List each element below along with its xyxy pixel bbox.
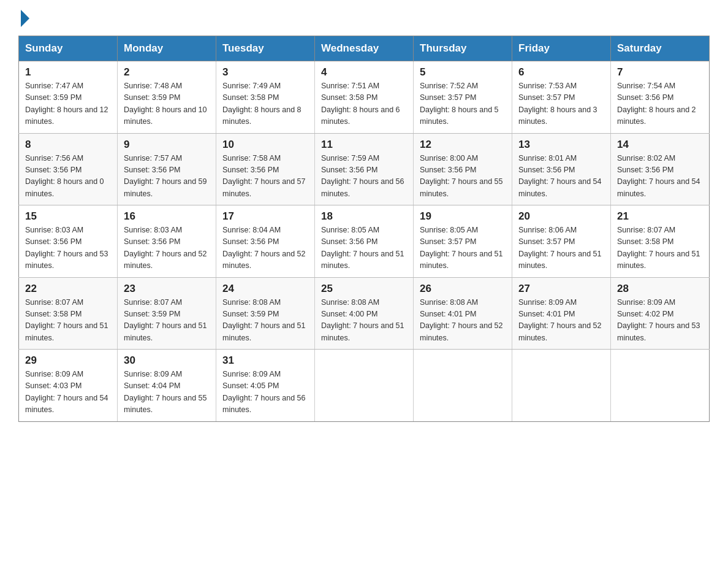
logo-arrow-icon xyxy=(21,10,29,27)
day-info: Sunrise: 8:07 AMSunset: 3:58 PMDaylight:… xyxy=(25,297,111,345)
day-info: Sunrise: 7:49 AMSunset: 3:58 PMDaylight:… xyxy=(222,80,308,128)
calendar-cell: 15Sunrise: 8:03 AMSunset: 3:56 PMDayligh… xyxy=(19,205,118,278)
calendar-header-tuesday: Tuesday xyxy=(216,36,315,61)
day-info: Sunrise: 8:08 AMSunset: 4:00 PMDaylight:… xyxy=(321,297,407,345)
day-number: 13 xyxy=(518,139,604,151)
calendar-cell: 30Sunrise: 8:09 AMSunset: 4:04 PMDayligh… xyxy=(118,350,216,422)
calendar-cell: 22Sunrise: 8:07 AMSunset: 3:58 PMDayligh… xyxy=(19,277,118,350)
calendar-cell: 7Sunrise: 7:54 AMSunset: 3:56 PMDaylight… xyxy=(611,61,710,134)
day-number: 1 xyxy=(25,66,111,79)
day-number: 17 xyxy=(222,210,308,223)
day-number: 26 xyxy=(420,283,506,295)
calendar-cell: 29Sunrise: 8:09 AMSunset: 4:03 PMDayligh… xyxy=(19,350,118,422)
day-number: 25 xyxy=(321,283,407,295)
day-info: Sunrise: 7:56 AMSunset: 3:56 PMDaylight:… xyxy=(25,153,111,201)
calendar-header-saturday: Saturday xyxy=(611,36,710,61)
day-number: 31 xyxy=(222,354,308,367)
day-info: Sunrise: 8:09 AMSunset: 4:03 PMDaylight:… xyxy=(25,369,111,416)
day-number: 15 xyxy=(25,210,111,223)
day-number: 28 xyxy=(617,283,703,295)
day-info: Sunrise: 7:47 AMSunset: 3:59 PMDaylight:… xyxy=(25,80,111,128)
calendar-cell: 13Sunrise: 8:01 AMSunset: 3:56 PMDayligh… xyxy=(512,133,611,205)
day-info: Sunrise: 8:09 AMSunset: 4:01 PMDaylight:… xyxy=(518,297,604,345)
calendar-cell: 24Sunrise: 8:08 AMSunset: 3:59 PMDayligh… xyxy=(216,277,315,350)
calendar-cell: 18Sunrise: 8:05 AMSunset: 3:56 PMDayligh… xyxy=(315,205,414,278)
day-number: 7 xyxy=(617,66,703,79)
calendar-cell: 17Sunrise: 8:04 AMSunset: 3:56 PMDayligh… xyxy=(216,205,315,278)
calendar-cell: 8Sunrise: 7:56 AMSunset: 3:56 PMDaylight… xyxy=(19,133,118,205)
day-number: 16 xyxy=(124,210,210,223)
day-number: 20 xyxy=(518,210,604,223)
day-info: Sunrise: 8:03 AMSunset: 3:56 PMDaylight:… xyxy=(124,224,210,272)
calendar-cell: 19Sunrise: 8:05 AMSunset: 3:57 PMDayligh… xyxy=(414,205,512,278)
calendar-cell: 10Sunrise: 7:58 AMSunset: 3:56 PMDayligh… xyxy=(216,133,315,205)
calendar-cell: 26Sunrise: 8:08 AMSunset: 4:01 PMDayligh… xyxy=(414,277,512,350)
calendar-cell xyxy=(414,350,512,422)
calendar-header-sunday: Sunday xyxy=(19,36,118,61)
calendar-week-row: 29Sunrise: 8:09 AMSunset: 4:03 PMDayligh… xyxy=(19,350,710,422)
calendar-cell xyxy=(315,350,414,422)
day-number: 11 xyxy=(321,139,407,151)
day-number: 27 xyxy=(518,283,604,295)
logo xyxy=(18,12,29,25)
page-header xyxy=(18,12,710,25)
day-number: 4 xyxy=(321,66,407,79)
calendar-cell: 27Sunrise: 8:09 AMSunset: 4:01 PMDayligh… xyxy=(512,277,611,350)
day-number: 3 xyxy=(222,66,308,79)
day-info: Sunrise: 7:58 AMSunset: 3:56 PMDaylight:… xyxy=(222,153,308,201)
day-info: Sunrise: 8:00 AMSunset: 3:56 PMDaylight:… xyxy=(420,153,506,201)
day-info: Sunrise: 7:59 AMSunset: 3:56 PMDaylight:… xyxy=(321,153,407,201)
day-number: 29 xyxy=(25,354,111,367)
day-number: 8 xyxy=(25,139,111,151)
calendar-cell xyxy=(512,350,611,422)
calendar-week-row: 15Sunrise: 8:03 AMSunset: 3:56 PMDayligh… xyxy=(19,205,710,278)
day-info: Sunrise: 7:48 AMSunset: 3:59 PMDaylight:… xyxy=(124,80,210,128)
calendar-cell: 1Sunrise: 7:47 AMSunset: 3:59 PMDaylight… xyxy=(19,61,118,134)
day-info: Sunrise: 7:53 AMSunset: 3:57 PMDaylight:… xyxy=(518,80,604,128)
day-number: 19 xyxy=(420,210,506,223)
day-info: Sunrise: 8:06 AMSunset: 3:57 PMDaylight:… xyxy=(518,224,604,272)
day-number: 2 xyxy=(124,66,210,79)
day-info: Sunrise: 8:07 AMSunset: 3:58 PMDaylight:… xyxy=(617,224,703,272)
calendar-week-row: 8Sunrise: 7:56 AMSunset: 3:56 PMDaylight… xyxy=(19,133,710,205)
day-info: Sunrise: 7:54 AMSunset: 3:56 PMDaylight:… xyxy=(617,80,703,128)
calendar-cell: 4Sunrise: 7:51 AMSunset: 3:58 PMDaylight… xyxy=(315,61,414,134)
day-number: 21 xyxy=(617,210,703,223)
day-info: Sunrise: 8:04 AMSunset: 3:56 PMDaylight:… xyxy=(222,224,308,272)
day-info: Sunrise: 8:08 AMSunset: 3:59 PMDaylight:… xyxy=(222,297,308,345)
day-info: Sunrise: 7:57 AMSunset: 3:56 PMDaylight:… xyxy=(124,153,210,201)
calendar-week-row: 1Sunrise: 7:47 AMSunset: 3:59 PMDaylight… xyxy=(19,61,710,134)
calendar-cell: 3Sunrise: 7:49 AMSunset: 3:58 PMDaylight… xyxy=(216,61,315,134)
day-info: Sunrise: 8:08 AMSunset: 4:01 PMDaylight:… xyxy=(420,297,506,345)
calendar-header-wednesday: Wednesday xyxy=(315,36,414,61)
day-info: Sunrise: 8:09 AMSunset: 4:05 PMDaylight:… xyxy=(222,369,308,416)
calendar-cell: 6Sunrise: 7:53 AMSunset: 3:57 PMDaylight… xyxy=(512,61,611,134)
calendar-header-thursday: Thursday xyxy=(414,36,512,61)
calendar-cell: 16Sunrise: 8:03 AMSunset: 3:56 PMDayligh… xyxy=(118,205,216,278)
day-number: 6 xyxy=(518,66,604,79)
day-info: Sunrise: 7:51 AMSunset: 3:58 PMDaylight:… xyxy=(321,80,407,128)
calendar-cell: 23Sunrise: 8:07 AMSunset: 3:59 PMDayligh… xyxy=(118,277,216,350)
day-info: Sunrise: 8:03 AMSunset: 3:56 PMDaylight:… xyxy=(25,224,111,272)
day-number: 23 xyxy=(124,283,210,295)
calendar-week-row: 22Sunrise: 8:07 AMSunset: 3:58 PMDayligh… xyxy=(19,277,710,350)
calendar-cell: 14Sunrise: 8:02 AMSunset: 3:56 PMDayligh… xyxy=(611,133,710,205)
calendar-cell xyxy=(611,350,710,422)
day-info: Sunrise: 8:05 AMSunset: 3:56 PMDaylight:… xyxy=(321,224,407,272)
calendar-header-monday: Monday xyxy=(118,36,216,61)
calendar-cell: 5Sunrise: 7:52 AMSunset: 3:57 PMDaylight… xyxy=(414,61,512,134)
day-number: 10 xyxy=(222,139,308,151)
calendar-cell: 31Sunrise: 8:09 AMSunset: 4:05 PMDayligh… xyxy=(216,350,315,422)
calendar-cell: 20Sunrise: 8:06 AMSunset: 3:57 PMDayligh… xyxy=(512,205,611,278)
day-info: Sunrise: 8:05 AMSunset: 3:57 PMDaylight:… xyxy=(420,224,506,272)
calendar-cell: 21Sunrise: 8:07 AMSunset: 3:58 PMDayligh… xyxy=(611,205,710,278)
day-number: 22 xyxy=(25,283,111,295)
day-info: Sunrise: 8:09 AMSunset: 4:04 PMDaylight:… xyxy=(124,369,210,416)
day-info: Sunrise: 8:01 AMSunset: 3:56 PMDaylight:… xyxy=(518,153,604,201)
calendar-cell: 25Sunrise: 8:08 AMSunset: 4:00 PMDayligh… xyxy=(315,277,414,350)
day-number: 14 xyxy=(617,139,703,151)
calendar-header-row: SundayMondayTuesdayWednesdayThursdayFrid… xyxy=(19,36,710,61)
day-info: Sunrise: 8:07 AMSunset: 3:59 PMDaylight:… xyxy=(124,297,210,345)
calendar-cell: 11Sunrise: 7:59 AMSunset: 3:56 PMDayligh… xyxy=(315,133,414,205)
calendar-cell: 2Sunrise: 7:48 AMSunset: 3:59 PMDaylight… xyxy=(118,61,216,134)
